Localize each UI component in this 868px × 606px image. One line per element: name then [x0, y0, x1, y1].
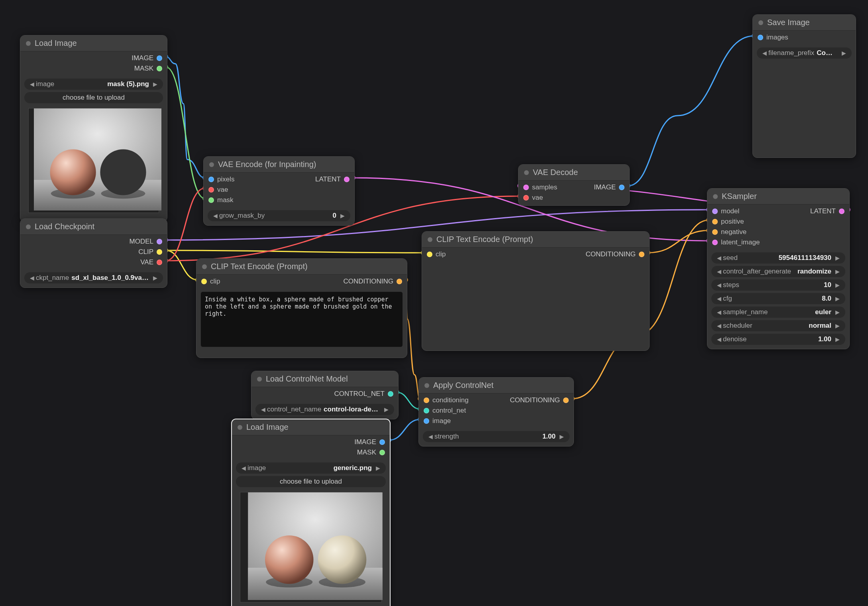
- input-port-vae[interactable]: [208, 187, 214, 193]
- output-port-LATENT[interactable]: [344, 177, 350, 182]
- arrow-left-icon[interactable]: ◀: [240, 465, 247, 471]
- node-header[interactable]: Load Image: [232, 419, 390, 435]
- arrow-right-icon[interactable]: ▶: [339, 212, 346, 219]
- output-port-LATENT[interactable]: [839, 209, 844, 214]
- widget-value[interactable]: mask (5).png: [54, 80, 151, 88]
- arrow-left-icon[interactable]: ◀: [761, 50, 768, 56]
- widget-control-net-name[interactable]: ◀ control_net_name control-lora-depth-ra…: [255, 404, 394, 415]
- node-saveimg[interactable]: Save Imageimages ◀ filename_prefix Comfy…: [752, 14, 856, 158]
- widget-steps[interactable]: ◀ steps 10 ▶: [711, 279, 845, 291]
- input-port-negative[interactable]: [712, 229, 718, 235]
- node-header[interactable]: Load Checkpoint: [20, 219, 167, 235]
- widget-ckpt-name[interactable]: ◀ ckpt_name sd_xl_base_1.0_0.9vae.safete…: [24, 272, 163, 283]
- arrow-right-icon[interactable]: ▶: [834, 336, 841, 342]
- collapse-dot-icon[interactable]: [524, 170, 529, 175]
- arrow-right-icon[interactable]: ▶: [834, 309, 841, 315]
- wire[interactable]: [628, 36, 754, 186]
- widget-cfg[interactable]: ◀ cfg 8.0 ▶: [711, 293, 845, 304]
- output-port-MODEL[interactable]: [157, 239, 162, 244]
- output-port-CONDITIONING[interactable]: [397, 279, 402, 284]
- input-port-mask[interactable]: [208, 197, 214, 203]
- prompt-textarea[interactable]: [200, 291, 403, 347]
- input-port-clip[interactable]: [201, 279, 207, 284]
- widget-filename-prefix[interactable]: ◀ filename_prefix ComfyUI ▶: [757, 47, 852, 59]
- wire[interactable]: [166, 57, 205, 178]
- widget-choose-file-to-upload[interactable]: choose file to upload: [236, 476, 386, 487]
- input-port-images[interactable]: [758, 35, 763, 40]
- node-loadcn[interactable]: Load ControlNet ModelCONTROL_NET ◀ contr…: [251, 371, 399, 419]
- widget-value[interactable]: 8.0: [732, 295, 834, 303]
- widget-control-after-generate[interactable]: ◀ control_after_generate randomize ▶: [711, 266, 845, 277]
- arrow-right-icon[interactable]: ▶: [834, 295, 841, 302]
- node-ksampler[interactable]: KSamplermodelLATENTpositivenegativelaten…: [707, 188, 850, 349]
- widget-value[interactable]: 0: [265, 212, 339, 220]
- collapse-dot-icon[interactable]: [209, 162, 214, 167]
- node-header[interactable]: VAE Decode: [518, 165, 629, 181]
- node-header[interactable]: CLIP Text Encode (Prompt): [422, 232, 649, 248]
- collapse-dot-icon[interactable]: [713, 194, 718, 199]
- wire[interactable]: [166, 67, 205, 199]
- widget-denoise[interactable]: ◀ denoise 1.00 ▶: [711, 334, 845, 345]
- arrow-right-icon[interactable]: ▶: [151, 81, 159, 87]
- input-port-positive[interactable]: [712, 219, 718, 224]
- arrow-right-icon[interactable]: ▶: [834, 268, 841, 275]
- node-applycn[interactable]: Apply ControlNetconditioningCONDITIONING…: [418, 377, 574, 447]
- output-port-CONTROL_NET[interactable]: [388, 391, 393, 397]
- output-port-CONDITIONING[interactable]: [639, 252, 644, 257]
- arrow-left-icon[interactable]: ◀: [715, 268, 723, 275]
- input-port-vae[interactable]: [523, 195, 529, 201]
- collapse-dot-icon[interactable]: [26, 224, 31, 229]
- collapse-dot-icon[interactable]: [758, 20, 763, 25]
- collapse-dot-icon[interactable]: [202, 264, 207, 269]
- collapse-dot-icon[interactable]: [257, 377, 262, 382]
- output-port-VAE[interactable]: [157, 260, 162, 265]
- output-port-IMAGE[interactable]: [379, 439, 385, 445]
- widget-strength[interactable]: ◀ strength 1.00 ▶: [423, 431, 570, 442]
- arrow-right-icon[interactable]: ▶: [558, 433, 566, 440]
- input-port-clip[interactable]: [427, 252, 432, 257]
- arrow-right-icon[interactable]: ▶: [834, 255, 841, 261]
- node-clip1[interactable]: CLIP Text Encode (Prompt)clipCONDITIONIN…: [196, 258, 407, 358]
- input-port-conditioning[interactable]: [424, 397, 429, 403]
- node-vaeenc[interactable]: VAE Encode (for Inpainting)pixelsLATENTv…: [203, 156, 355, 226]
- arrow-right-icon[interactable]: ▶: [834, 323, 841, 329]
- output-port-MASK[interactable]: [379, 450, 385, 455]
- node-loadimage2[interactable]: Load ImageIMAGEMASK ◀ image generic.png …: [231, 419, 391, 606]
- widget-value[interactable]: 59546111134930: [738, 254, 834, 262]
- wire[interactable]: [406, 280, 420, 399]
- node-header[interactable]: Load ControlNet Model: [251, 371, 398, 387]
- widget-value[interactable]: randomize: [791, 268, 834, 275]
- arrow-left-icon[interactable]: ◀: [259, 406, 267, 413]
- arrow-right-icon[interactable]: ▶: [840, 50, 848, 56]
- node-clip2[interactable]: CLIP Text Encode (Prompt)clipCONDITIONIN…: [422, 231, 650, 351]
- input-port-samples[interactable]: [523, 185, 529, 190]
- input-port-control_net[interactable]: [424, 408, 429, 413]
- widget-value[interactable]: 10: [739, 281, 834, 289]
- arrow-right-icon[interactable]: ▶: [151, 275, 159, 281]
- input-port-latent_image[interactable]: [712, 240, 718, 245]
- arrow-left-icon[interactable]: ◀: [715, 323, 723, 329]
- collapse-dot-icon[interactable]: [238, 425, 242, 430]
- wire[interactable]: [166, 250, 198, 280]
- node-header[interactable]: Load Image: [20, 35, 167, 51]
- widget-value[interactable]: control-lora-depth-rank256.safetensors: [321, 405, 383, 413]
- arrow-right-icon[interactable]: ▶: [383, 406, 390, 413]
- arrow-left-icon[interactable]: ◀: [715, 309, 723, 315]
- widget-seed[interactable]: ◀ seed 59546111134930 ▶: [711, 252, 845, 264]
- widget-value[interactable]: ComfyUI: [814, 49, 840, 57]
- collapse-dot-icon[interactable]: [428, 237, 432, 242]
- output-port-MASK[interactable]: [157, 66, 162, 71]
- input-port-pixels[interactable]: [208, 177, 214, 182]
- output-port-CLIP[interactable]: [157, 249, 162, 255]
- arrow-left-icon[interactable]: ◀: [427, 433, 434, 440]
- input-port-model[interactable]: [712, 209, 718, 214]
- node-loadckpt[interactable]: Load CheckpointMODELCLIPVAE ◀ ckpt_name …: [20, 218, 167, 288]
- wire[interactable]: [389, 419, 420, 440]
- widget-value[interactable]: generic.png: [266, 464, 374, 472]
- widget-value[interactable]: sd_xl_base_1.0_0.9vae.safetensors: [69, 274, 151, 282]
- arrow-left-icon[interactable]: ◀: [212, 212, 219, 219]
- wire[interactable]: [397, 392, 420, 409]
- widget-value[interactable]: normal: [752, 322, 834, 330]
- widget-choose-file-to-upload[interactable]: choose file to upload: [24, 92, 163, 103]
- node-header[interactable]: VAE Encode (for Inpainting): [204, 157, 354, 173]
